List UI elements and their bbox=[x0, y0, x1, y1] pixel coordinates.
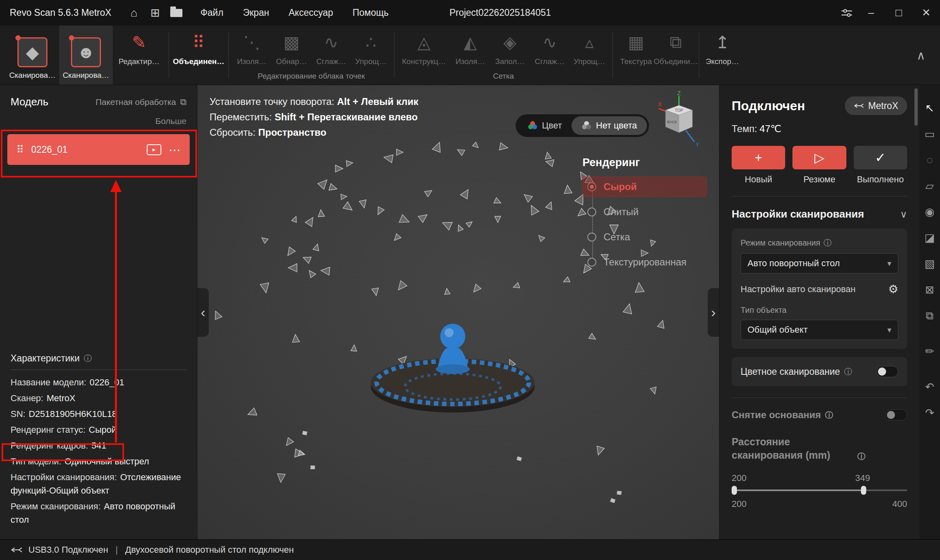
base-removal-toggle[interactable] bbox=[885, 409, 907, 421]
render-option-mesh[interactable]: Сетка bbox=[582, 227, 707, 248]
isolate-points-button[interactable]: ⋱ Изоля… bbox=[232, 26, 272, 72]
render-option-raw[interactable]: Сырой bbox=[582, 176, 707, 197]
batch-processing-button[interactable]: Пакетная обработка ⧉ bbox=[96, 97, 186, 107]
texture-button[interactable]: ▦ Текстура bbox=[616, 26, 656, 72]
resume-scan-button[interactable]: ▷ bbox=[792, 146, 846, 169]
lasso-select-tool[interactable]: ◌ bbox=[926, 153, 933, 167]
model-list-item[interactable]: ⠿ 0226_01 ▸ ⋯ bbox=[7, 134, 190, 165]
frames-preview-icon[interactable]: ▸ bbox=[147, 144, 161, 155]
axis-y-label: Y bbox=[696, 141, 700, 148]
export-button[interactable]: ↥ Экспор… bbox=[702, 26, 742, 72]
minimize-button[interactable]: – bbox=[857, 0, 885, 26]
complete-scan-button[interactable]: ✓ bbox=[854, 146, 907, 169]
brush-tool[interactable]: ✏ bbox=[925, 344, 934, 358]
tab-model[interactable]: Модель bbox=[11, 96, 48, 108]
color-scan-toggle[interactable] bbox=[876, 366, 898, 377]
panel-scrollbar[interactable] bbox=[914, 88, 918, 126]
select-tool[interactable]: ↖ bbox=[925, 101, 934, 115]
fill-holes-button[interactable]: ◈ Запол… bbox=[490, 26, 530, 72]
menu-file[interactable]: Файл bbox=[201, 7, 224, 18]
sphere-select-tool[interactable]: ◉ bbox=[925, 205, 935, 219]
info-icon[interactable]: ⓘ bbox=[844, 366, 852, 377]
mesh-group: ◬ Конструкц… ◭ Изоля… ◈ Запол… ∿ Сглаж… … bbox=[398, 26, 609, 85]
menu-help[interactable]: Помощь bbox=[353, 7, 389, 18]
info-icon[interactable]: ⓘ bbox=[825, 410, 833, 421]
texture-icon: ▦ bbox=[628, 30, 644, 54]
tab-scan-model-1[interactable]: ◆ Сканирова… bbox=[6, 26, 59, 85]
more-link[interactable]: Больше bbox=[155, 116, 186, 126]
cube-top-label: TOP bbox=[675, 108, 683, 113]
merge-mesh-icon: ⧉ bbox=[670, 30, 682, 54]
render-option-fused[interactable]: Слитый bbox=[582, 201, 707, 222]
merge-pointcloud-button[interactable]: ⠿ Объединен… bbox=[172, 26, 225, 72]
color-mode-option-color[interactable]: Цвет bbox=[518, 116, 572, 135]
batch-icon: ⧉ bbox=[180, 97, 186, 107]
prop-scan-settings: Настройки сканирования:Отслеживание функ… bbox=[11, 470, 186, 497]
simplify-mesh-button[interactable]: ▵ Упрощ… bbox=[570, 26, 609, 72]
device-button[interactable]: MetroX bbox=[845, 96, 907, 115]
slider-fill bbox=[734, 489, 866, 491]
viewport-canvas[interactable] bbox=[197, 85, 719, 539]
overlap-icon: ▩ bbox=[283, 30, 300, 54]
tab-scan-model-2[interactable]: ☻ Сканирова… bbox=[59, 26, 113, 85]
undo-button[interactable]: ↶ bbox=[925, 380, 934, 394]
new-scan-button[interactable]: + bbox=[732, 146, 785, 169]
close-button[interactable]: ✕ bbox=[912, 0, 940, 26]
rect-select-tool[interactable]: ▭ bbox=[925, 127, 935, 141]
prop-render-frames: Рендеринг кадров:541 bbox=[11, 439, 186, 452]
simplify-points-button[interactable]: ∴ Упрощ… bbox=[351, 26, 391, 72]
new-project-icon[interactable]: ⊞ bbox=[145, 0, 166, 26]
distance-range-slider[interactable] bbox=[732, 485, 907, 496]
polygon-select-tool[interactable]: ▱ bbox=[925, 179, 934, 193]
construct-mesh-button[interactable]: ◬ Конструкц… bbox=[398, 26, 450, 72]
delete-selection-tool[interactable]: ⊠ bbox=[925, 283, 934, 297]
collapse-left-panel-handle[interactable]: ‹ bbox=[197, 288, 209, 337]
maximize-button[interactable]: □ bbox=[885, 0, 912, 26]
menu-accessory[interactable]: Аксессуар bbox=[289, 7, 333, 18]
region-select-tool[interactable]: ▧ bbox=[925, 257, 935, 271]
smooth-mesh-icon: ∿ bbox=[542, 30, 557, 54]
slider-handle-max[interactable] bbox=[861, 486, 866, 495]
cube-back-label: BACK bbox=[667, 120, 677, 124]
usb-status: USB3.0 Подключен bbox=[28, 545, 108, 555]
merge-mesh-button[interactable]: ⧉ Объедини… bbox=[656, 26, 696, 72]
slider-handle-min[interactable] bbox=[732, 486, 737, 495]
redo-button[interactable]: ↷ bbox=[925, 406, 934, 420]
isolate-mesh-icon: ◭ bbox=[464, 30, 477, 54]
smooth-points-button[interactable]: ∿ Сглаж… bbox=[311, 26, 351, 72]
rgb-dots-icon bbox=[527, 120, 538, 131]
menu-screen[interactable]: Экран bbox=[243, 7, 269, 18]
edit-button[interactable]: ✎ Редактир… bbox=[113, 26, 165, 72]
group-caption-mesh: Сетка bbox=[398, 72, 609, 85]
render-panel-title: Рендеринг bbox=[582, 156, 707, 169]
smooth-mesh-button[interactable]: ∿ Сглаж… bbox=[530, 26, 570, 72]
render-mode-panel: Рендеринг Сырой Слитый Сетка Текстуриров… bbox=[582, 156, 707, 277]
plane-select-tool[interactable]: ◪ bbox=[925, 231, 935, 245]
navigation-cube[interactable]: Z X TOP BACK Y bbox=[657, 91, 701, 150]
scan-mode-select[interactable]: Авто поворотный стол ▾ bbox=[741, 253, 898, 274]
render-option-textured[interactable]: Текстурированная bbox=[582, 252, 707, 273]
detect-overlap-button[interactable]: ▩ Обнар… bbox=[272, 26, 311, 72]
distance-current-max: 349 bbox=[855, 473, 870, 483]
info-icon[interactable]: ⓘ bbox=[84, 353, 92, 364]
info-icon[interactable]: ⓘ bbox=[824, 237, 832, 248]
viewport-3d: Установите точку поворота: Alt + Левый к… bbox=[197, 85, 719, 539]
model-more-icon[interactable]: ⋯ bbox=[169, 143, 181, 157]
collapse-right-panel-handle[interactable]: › bbox=[708, 288, 719, 337]
color-mode-option-no-color[interactable]: Нет цвета bbox=[572, 116, 647, 135]
object-type-select[interactable]: Общий объект ▾ bbox=[741, 320, 898, 340]
dropdown-arrow-icon: ▾ bbox=[887, 259, 891, 268]
statusbar: USB3.0 Подключен | Двухосевой поворотный… bbox=[0, 539, 940, 560]
gear-icon[interactable]: ⚙ bbox=[888, 282, 898, 296]
ribbon-collapse-chevron[interactable]: ∧ bbox=[908, 48, 934, 62]
isolate-mesh-button[interactable]: ◭ Изоля… bbox=[450, 26, 490, 72]
home-icon[interactable]: ⌂ bbox=[124, 0, 145, 26]
scan-distance-section: Расстояние сканирования (mm) ⓘ 200 349 2… bbox=[732, 435, 907, 509]
chevron-down-icon[interactable]: ∨ bbox=[900, 209, 907, 220]
tune-settings-icon[interactable] bbox=[836, 0, 857, 26]
duplicate-tool[interactable]: ⧉ bbox=[926, 309, 934, 323]
open-project-icon[interactable] bbox=[166, 0, 187, 26]
menu-bar: Файл Экран Аксессуар Помощь bbox=[201, 7, 389, 18]
info-icon[interactable]: ⓘ bbox=[857, 451, 865, 462]
app-title: Revo Scan 5.6.3 MetroX bbox=[10, 7, 111, 18]
